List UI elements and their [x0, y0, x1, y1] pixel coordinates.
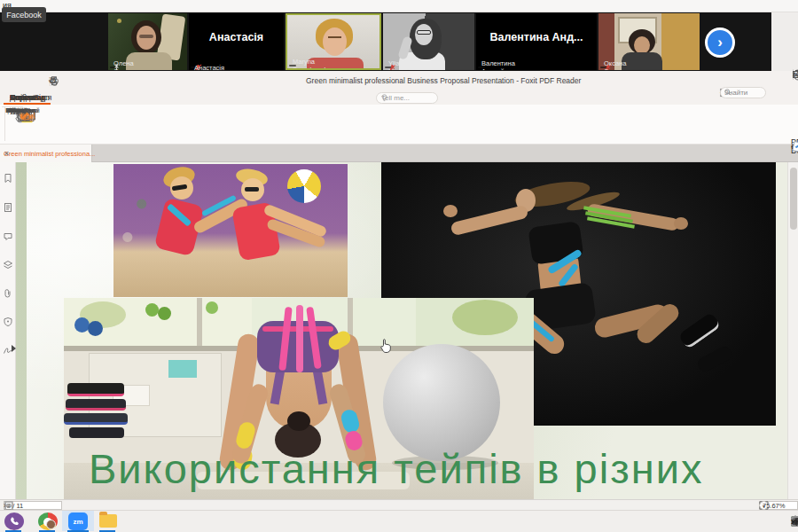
foxit-ribbon: Рука Вибрати ▾ Знімок Буфер обміну▾ Zoom… [0, 105, 798, 145]
scrollbar-thumb[interactable] [790, 168, 797, 230]
windows-taskbar: zm ^ УКР [0, 510, 798, 532]
document-tabbar: Green minimalist professiona... ✕ eSign … [0, 145, 798, 162]
tooltip-text: Facebook [6, 11, 42, 20]
photo-shape [323, 27, 347, 56]
participant-name: Оксана Лысая [604, 59, 626, 70]
photo-shape [443, 205, 458, 217]
esign-doc-icon [791, 141, 798, 153]
ribbon-separator [4, 107, 5, 141]
attachments-panel-icon[interactable] [3, 288, 13, 299]
photo-shape [328, 36, 341, 38]
photo-shape [139, 35, 153, 38]
background-window-titlebar: ия [0, 0, 798, 12]
dumbbell-shape [158, 307, 171, 320]
step-platform-shape [66, 399, 126, 411]
next-participants-button[interactable]: › [705, 27, 735, 58]
file-explorer-taskbar-icon[interactable] [99, 514, 117, 528]
close-button[interactable]: ✕ [793, 70, 798, 80]
photo-shape [117, 19, 121, 23]
layers-panel-icon[interactable] [3, 260, 13, 270]
participant-name-label: Maryna Sorochynska [289, 65, 296, 66]
participant-name-label: Валентина Андрєйченко [478, 66, 485, 68]
zoom-taskbar-app-icon[interactable]: zm [68, 512, 88, 530]
language-indicator[interactable]: УКР [791, 518, 798, 526]
window-background [771, 12, 798, 71]
step-platform-shape [67, 383, 124, 396]
volleyball-shape [287, 169, 321, 203]
participant-name: Maryna Sorochynska [293, 58, 331, 70]
participant-tile-anastasiia[interactable]: Анастасія Анастасія [189, 13, 284, 70]
security-panel-icon[interactable] [3, 317, 13, 327]
tab-close-icon[interactable]: ✕ [4, 150, 10, 158]
photo-shape [452, 300, 518, 335]
find-placeholder: Знайти [724, 89, 747, 97]
slide-background-band [16, 162, 27, 499]
photo-shape [634, 36, 650, 54]
facebook-tooltip: Facebook [2, 7, 46, 22]
step-platform-shape [64, 413, 128, 425]
participant-name: Валентина Андрєйченко [481, 59, 521, 70]
participant-name-label: Ylia Momot [385, 66, 392, 68]
screen: ия Олена Отравенко Анастасія [0, 0, 798, 532]
photo-shape [622, 52, 662, 70]
photo-shape [197, 298, 202, 348]
participant-name-label: Оксана Лысая [600, 66, 607, 68]
chrome-profile-avatar [46, 520, 56, 529]
photo-shape [696, 345, 734, 374]
customize-toolbar-icon[interactable]: ▾ [49, 78, 52, 84]
bookmarks-panel-icon[interactable] [3, 173, 13, 184]
photo-shape [417, 30, 431, 35]
ribbon-fill-sign[interactable]: Fill Sign(&) [2, 106, 32, 107]
dumbbell-shape [88, 321, 103, 336]
window-title: Green minimalist professional Business P… [306, 76, 581, 85]
foxit-statusbar: « ‹ 4 / 11 ▾ › » − + 75.67% ▾ [0, 499, 798, 510]
photo-shape [287, 411, 310, 431]
participant-big-name: Валентина Анд... [476, 31, 597, 43]
photo-shape [415, 24, 433, 45]
photo-shape [674, 217, 688, 230]
volleyball-photo [113, 164, 348, 297]
participant-name-label: Олена Отравенко [110, 66, 117, 68]
tell-me-placeholder: Tell me... [381, 94, 410, 102]
ribbon-label: Sign(&) [7, 107, 27, 114]
participant-tile-maryna-active-speaker[interactable]: Maryna Sorochynska [286, 13, 381, 70]
page-thumbnails-icon[interactable] [3, 202, 13, 213]
tab-title: Green minimalist professiona... [4, 150, 95, 158]
dumbbell-shape [206, 301, 218, 314]
step-platform-shape [69, 427, 124, 438]
participant-name: Анастасія [194, 64, 224, 71]
chevron-right-icon: › [717, 35, 723, 50]
participant-tile-ylia[interactable]: Ylia Momot [383, 13, 474, 70]
dumbbell-shape [145, 303, 159, 317]
chrome-taskbar-icon[interactable] [38, 512, 58, 530]
continuous-view-icon[interactable] [4, 501, 14, 511]
participant-tile-olena[interactable]: Олена Отравенко [108, 13, 187, 70]
kinesio-tape-shape [296, 305, 303, 372]
document-tab-active[interactable]: Green minimalist professiona... ✕ [0, 145, 92, 162]
photo-shape [245, 187, 259, 192]
participant-tile-valentyna[interactable]: Валентина Анд... Валентина Андрєйченко [476, 13, 597, 70]
comments-panel-icon[interactable] [3, 231, 13, 242]
zoom-video-strip: Олена Отравенко Анастасія Анастасія Mary… [0, 12, 771, 71]
fullscreen-icon[interactable] [759, 501, 769, 510]
zoom-badge: zm [73, 518, 82, 526]
slide-title: Використання тейпів в різних [89, 444, 703, 493]
viber-taskbar-icon[interactable] [4, 512, 24, 530]
foxit-titlebar: ↺ ↻ ▾ | ▾ Green minimalist professional … [0, 71, 798, 90]
participant-name: Олена Отравенко [113, 59, 146, 70]
pdf-page-canvas: Використання тейпів в різних [16, 162, 787, 499]
participant-big-name: Анастасія [189, 31, 284, 43]
photo-shape [677, 312, 721, 350]
photo-shape [450, 205, 528, 237]
vertical-scrollbar[interactable] [787, 162, 798, 499]
menu-help[interactable]: Довідка [4, 91, 44, 105]
tell-me-search[interactable]: Tell me... [376, 92, 438, 104]
participant-tile-oksana[interactable]: Оксана Лысая [598, 13, 700, 70]
navigation-sidebar [0, 162, 16, 499]
participant-name: Ylia Momot [388, 59, 409, 70]
photo-shape [168, 360, 197, 378]
participant-name-label: Анастасія [191, 66, 198, 68]
find-input[interactable]: Знайти [720, 87, 766, 98]
